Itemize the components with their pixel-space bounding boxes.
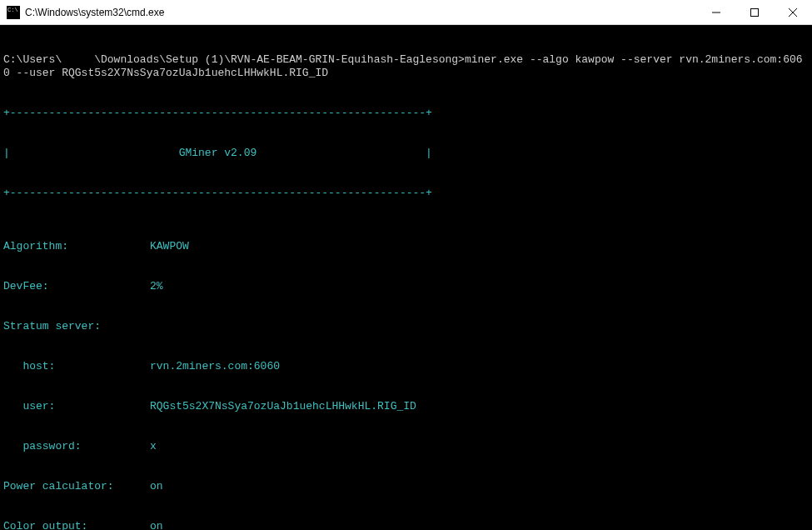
window-title: C:\Windows\system32\cmd.exe <box>25 7 697 18</box>
title-bar: C:\Windows\system32\cmd.exe <box>0 0 812 25</box>
prompt-line: C:\Users\ \Downloads\Setup (1)\RVN-AE-BE… <box>0 53 812 80</box>
prompt: C:\Users\ \Downloads\Setup (1)\RVN-AE-BE… <box>3 53 465 66</box>
setting-color: Color output:on <box>0 520 812 530</box>
close-icon <box>789 8 797 17</box>
setting-algorithm: Algorithm:KAWPOW <box>0 240 812 253</box>
setting-user: user:RQGst5s2X7NsSya7ozUaJb1uehcLHHwkHL.… <box>0 400 812 413</box>
window-controls <box>697 0 812 24</box>
banner-sep-top: +---------------------------------------… <box>0 107 812 120</box>
setting-pass: password:x <box>0 440 812 453</box>
maximize-icon <box>750 8 759 17</box>
setting-stratum: Stratum server: <box>0 320 812 333</box>
terminal[interactable]: C:\Users\ \Downloads\Setup (1)\RVN-AE-BE… <box>0 25 812 530</box>
minimize-button[interactable] <box>697 0 735 24</box>
setting-host: host:rvn.2miners.com:6060 <box>0 360 812 373</box>
svg-rect-1 <box>751 8 759 16</box>
maximize-button[interactable] <box>735 0 774 24</box>
cmd-icon <box>7 6 20 19</box>
setting-power: Power calculator:on <box>0 480 812 493</box>
banner-title: | GMiner v2.09 | <box>0 147 812 160</box>
banner-sep-bot: +---------------------------------------… <box>0 187 812 200</box>
close-button[interactable] <box>774 0 812 24</box>
setting-devfee: DevFee:2% <box>0 280 812 293</box>
minimize-icon <box>712 8 720 17</box>
